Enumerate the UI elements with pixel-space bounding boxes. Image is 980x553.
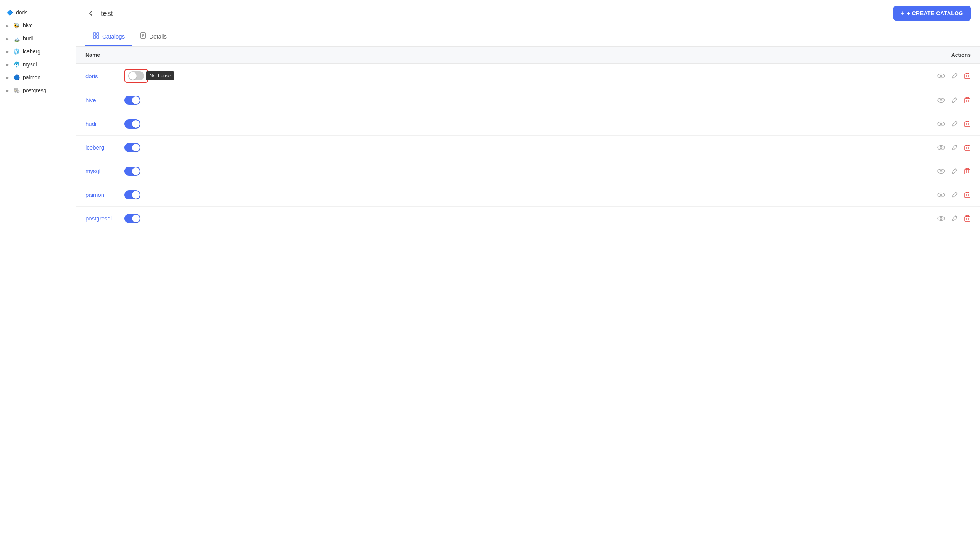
svg-point-36 — [940, 146, 942, 148]
paimon-view-icon[interactable] — [937, 191, 945, 199]
sidebar-item-label: hudi — [23, 35, 33, 42]
back-arrow-icon — [87, 10, 95, 17]
row-left-paimon: paimon — [85, 190, 140, 199]
svg-point-62 — [938, 216, 945, 220]
sidebar-item-doris[interactable]: 🔷 doris — [0, 6, 76, 19]
svg-rect-1 — [97, 33, 99, 35]
postgresql-delete-icon[interactable] — [964, 215, 971, 222]
table-row: hudi — [76, 112, 980, 136]
doris-actions — [937, 72, 971, 80]
paimon-actions — [937, 191, 971, 199]
doris-delete-icon[interactable] — [964, 72, 971, 79]
row-left-hive: hive — [85, 96, 140, 105]
row-name-postgresql: postgresql — [85, 215, 120, 222]
sidebar-item-label: postgresql — [23, 87, 48, 93]
table-row: mysql — [76, 159, 980, 183]
postgresql-toggle[interactable] — [124, 214, 140, 223]
table-row: paimon — [76, 183, 980, 207]
sidebar-item-iceberg[interactable]: ▶ 🧊 iceberg — [0, 45, 76, 58]
iceberg-edit-icon[interactable] — [951, 144, 958, 151]
svg-rect-3 — [97, 36, 99, 38]
sidebar: 🔷 doris ▶ 🐝 hive ▶ 🏔️ hudi ▶ 🧊 iceberg ▶… — [0, 0, 76, 553]
svg-point-44 — [938, 169, 945, 173]
doris-tooltip: Not In-use — [146, 71, 174, 80]
tab-catalogs[interactable]: Catalogs — [85, 27, 132, 46]
iceberg-view-icon[interactable] — [937, 144, 945, 151]
row-name-iceberg: iceberg — [85, 144, 120, 151]
header-left: test — [85, 8, 113, 19]
doris-toggle-wrapper: Not In-use — [128, 71, 144, 80]
mysql-toggle[interactable] — [124, 167, 140, 176]
svg-rect-20 — [965, 98, 970, 103]
iceberg-toggle[interactable] — [124, 143, 140, 152]
paimon-delete-icon[interactable] — [964, 191, 971, 198]
mysql-actions — [937, 167, 971, 175]
hudi-delete-icon[interactable] — [964, 121, 971, 127]
create-catalog-button[interactable]: + + CREATE CATALOG — [893, 6, 971, 21]
svg-point-18 — [940, 99, 942, 101]
expand-arrow-icon: ▶ — [6, 50, 9, 54]
hudi-edit-icon[interactable] — [951, 121, 958, 127]
tab-details[interactable]: Details — [132, 27, 174, 46]
iceberg-delete-icon[interactable] — [964, 144, 971, 151]
hudi-view-icon[interactable] — [937, 120, 945, 128]
paimon-icon: 🔵 — [13, 74, 20, 81]
hudi-icon: 🏔️ — [13, 35, 20, 42]
sidebar-item-label: doris — [16, 10, 27, 16]
hudi-toggle[interactable] — [124, 119, 140, 129]
expand-arrow-icon: ▶ — [6, 24, 9, 28]
svg-point-27 — [940, 123, 942, 125]
row-left-postgresql: postgresql — [85, 214, 140, 223]
row-name-hive: hive — [85, 97, 120, 103]
tab-details-label: Details — [149, 33, 167, 40]
tabs-bar: Catalogs Details — [76, 27, 980, 47]
mysql-delete-icon[interactable] — [964, 168, 971, 175]
sidebar-item-hudi[interactable]: ▶ 🏔️ hudi — [0, 32, 76, 45]
row-left-mysql: mysql — [85, 167, 140, 176]
sidebar-item-postgresql[interactable]: ▶ 🐘 postgresql — [0, 84, 76, 97]
back-button[interactable] — [85, 8, 96, 19]
expand-arrow-icon: ▶ — [6, 88, 9, 93]
paimon-edit-icon[interactable] — [951, 191, 958, 198]
svg-point-54 — [940, 194, 942, 196]
doris-edit-icon[interactable] — [951, 72, 958, 79]
doris-toggle[interactable] — [128, 71, 144, 80]
paimon-toggle[interactable] — [124, 190, 140, 199]
svg-rect-29 — [965, 122, 970, 127]
catalogs-icon — [93, 32, 99, 40]
header: test + + CREATE CATALOG — [76, 0, 980, 27]
svg-rect-11 — [965, 74, 970, 79]
plus-icon: + — [901, 10, 905, 17]
sidebar-item-paimon[interactable]: ▶ 🔵 paimon — [0, 71, 76, 84]
hive-view-icon[interactable] — [937, 96, 945, 104]
expand-arrow-icon: ▶ — [6, 37, 9, 41]
mysql-edit-icon[interactable] — [951, 168, 958, 175]
postgresql-view-icon[interactable] — [937, 215, 945, 222]
tab-catalogs-label: Catalogs — [102, 33, 125, 40]
hive-toggle[interactable] — [124, 96, 140, 105]
sidebar-item-label: paimon — [23, 74, 40, 80]
mysql-view-icon[interactable] — [937, 167, 945, 175]
row-name-doris: doris — [85, 73, 120, 79]
doris-view-icon[interactable] — [937, 72, 945, 80]
sidebar-item-hive[interactable]: ▶ 🐝 hive — [0, 19, 76, 32]
row-left-iceberg: iceberg — [85, 143, 140, 152]
svg-point-53 — [938, 193, 945, 197]
hive-delete-icon[interactable] — [964, 97, 971, 104]
iceberg-actions — [937, 144, 971, 151]
hive-edit-icon[interactable] — [951, 97, 958, 104]
row-name-mysql: mysql — [85, 168, 120, 174]
content-area: Name Actions doris Not In-use — [76, 47, 980, 553]
sidebar-item-mysql[interactable]: ▶ 🐬 mysql — [0, 58, 76, 71]
svg-point-63 — [940, 217, 942, 219]
doris-toggle-highlight: Not In-use — [124, 69, 148, 83]
svg-rect-38 — [965, 146, 970, 150]
table-row: doris Not In-use — [76, 64, 980, 88]
postgresql-edit-icon[interactable] — [951, 215, 958, 222]
svg-point-17 — [938, 98, 945, 102]
svg-rect-47 — [965, 169, 970, 174]
hive-actions — [937, 96, 971, 104]
create-catalog-label: + CREATE CATALOG — [907, 10, 963, 16]
table-row: hive — [76, 88, 980, 112]
table-row: postgresql — [76, 207, 980, 230]
